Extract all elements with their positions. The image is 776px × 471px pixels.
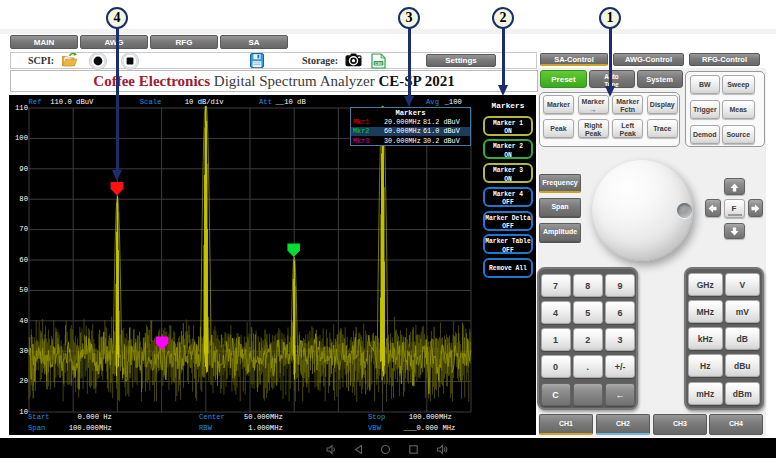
svg-text:CSV: CSV [375, 61, 383, 65]
